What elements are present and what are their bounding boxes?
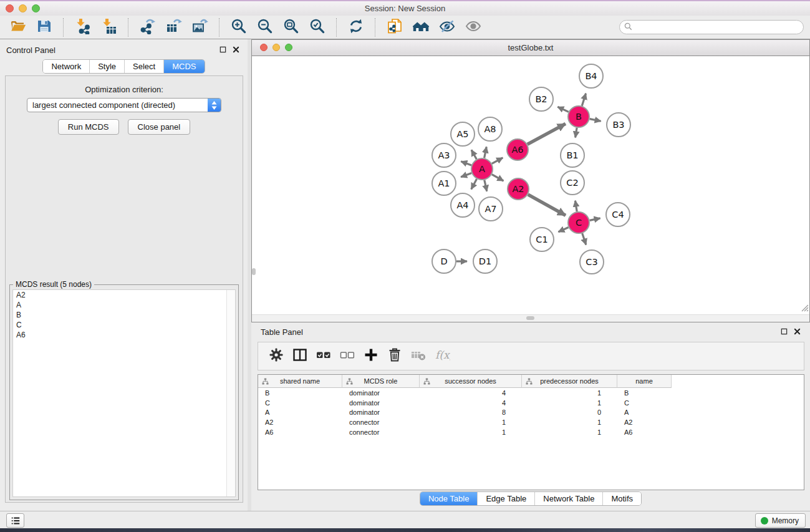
- column-header-successor-nodes[interactable]: successor nodes: [420, 375, 522, 388]
- table-tab-network-table[interactable]: Network Table: [534, 492, 602, 505]
- table-tab-node-table[interactable]: Node Table: [420, 492, 478, 505]
- table-row[interactable]: Bdominator41B: [258, 388, 804, 398]
- graph-edge-A-A2[interactable]: [492, 175, 504, 181]
- graph-node-B4[interactable]: B4: [579, 64, 603, 88]
- memory-button[interactable]: Memory: [755, 513, 806, 528]
- select-all-button[interactable]: [316, 348, 332, 364]
- table-tab-motifs[interactable]: Motifs: [602, 492, 641, 505]
- graph-node-A1[interactable]: A1: [432, 172, 456, 195]
- graph-edge-C-C4[interactable]: [590, 218, 600, 221]
- mcds-result-item[interactable]: B: [13, 310, 235, 320]
- export-table-button[interactable]: [164, 18, 184, 37]
- graph-edge-A-A1[interactable]: [461, 173, 471, 177]
- graph-edge-A2-C[interactable]: [528, 195, 566, 216]
- graph-edge-A-A5[interactable]: [471, 150, 476, 159]
- table-mode-button[interactable]: [268, 348, 284, 364]
- graph-edge-B-B3[interactable]: [590, 119, 601, 122]
- graph-edge-C-C3[interactable]: [582, 233, 586, 244]
- close-panel-button[interactable]: Close panel: [128, 119, 191, 135]
- search-input[interactable]: [632, 21, 803, 34]
- control-panel-close-icon[interactable]: [232, 46, 240, 54]
- graph-node-C4[interactable]: C4: [606, 203, 630, 226]
- table-row[interactable]: Adominator80A: [258, 407, 804, 417]
- tab-select[interactable]: Select: [124, 60, 163, 73]
- show-all-button[interactable]: [463, 18, 483, 37]
- graph-edge-B-B4[interactable]: [582, 94, 586, 106]
- graph-node-B1[interactable]: B1: [561, 143, 584, 167]
- network-hscroll-thumb[interactable]: [526, 316, 534, 320]
- column-header-name[interactable]: name: [617, 375, 672, 388]
- graph-edge-A-A7[interactable]: [485, 180, 487, 191]
- graph-node-A3[interactable]: A3: [432, 143, 456, 167]
- import-network-button[interactable]: [73, 18, 93, 37]
- graph-node-A2[interactable]: A2: [508, 178, 529, 200]
- graph-node-A7[interactable]: A7: [479, 197, 503, 221]
- clone-network-button[interactable]: [385, 18, 405, 37]
- show-column-panel-button[interactable]: [292, 348, 308, 364]
- zoom-out-button[interactable]: [255, 18, 275, 37]
- control-panel-float-icon[interactable]: [219, 46, 227, 54]
- column-header-predecessor-nodes[interactable]: predecessor nodes: [522, 375, 617, 388]
- import-table-button[interactable]: [99, 18, 119, 37]
- export-network-button[interactable]: [138, 18, 158, 37]
- node-table[interactable]: shared nameMCDS rolesuccessor nodesprede…: [258, 374, 804, 490]
- table-panel-float-icon[interactable]: [780, 327, 788, 336]
- task-history-button[interactable]: [6, 513, 24, 528]
- table-tab-edge-table[interactable]: Edge Table: [477, 492, 534, 505]
- graph-edge-A-A3[interactable]: [461, 162, 471, 165]
- mcds-result-item[interactable]: A2: [13, 290, 235, 300]
- graph-node-B[interactable]: B: [568, 106, 589, 127]
- graph-node-A[interactable]: A: [471, 158, 493, 180]
- graph-node-A8[interactable]: A8: [478, 117, 502, 141]
- zoom-selected-button[interactable]: [307, 18, 327, 37]
- table-panel-close-icon[interactable]: [793, 327, 801, 336]
- search-field[interactable]: [619, 20, 804, 34]
- apply-layout-button[interactable]: [346, 18, 366, 37]
- graph-edge-A6-B[interactable]: [528, 123, 566, 144]
- graph-node-C[interactable]: C: [568, 212, 589, 233]
- graph-node-D[interactable]: D: [432, 249, 456, 273]
- criterion-select[interactable]: largest connected component (directed): [27, 98, 221, 112]
- graph-edge-A-A4[interactable]: [471, 179, 477, 190]
- mcds-result-item[interactable]: A6: [13, 330, 235, 340]
- graph-node-C2[interactable]: C2: [561, 171, 584, 195]
- run-mcds-button[interactable]: Run MCDS: [58, 119, 119, 135]
- graph-edge-A-A8[interactable]: [485, 147, 487, 158]
- graph-node-A4[interactable]: A4: [451, 193, 475, 217]
- zoom-fit-button[interactable]: [281, 18, 301, 37]
- graph-edge-C-C1[interactable]: [558, 228, 568, 232]
- column-header-shared-name[interactable]: shared name: [258, 375, 342, 388]
- tab-style[interactable]: Style: [89, 60, 124, 73]
- hide-selected-button[interactable]: [437, 18, 457, 37]
- graph-edge-A-A6[interactable]: [492, 158, 503, 164]
- resize-grip-icon[interactable]: [801, 303, 809, 314]
- deselect-all-button[interactable]: [339, 348, 355, 364]
- zoom-in-button[interactable]: [229, 18, 249, 37]
- result-list-scrollbar[interactable]: [226, 290, 235, 496]
- column-header-MCDS-role[interactable]: MCDS role: [342, 375, 420, 388]
- network-canvas[interactable]: B4 B2 B B3 A8 A5 A6 A3 B1 A A1 C2 A2: [252, 56, 809, 315]
- network-hscroll[interactable]: [252, 314, 809, 322]
- graph-node-A5[interactable]: A5: [451, 122, 475, 146]
- graph-node-C1[interactable]: C1: [530, 228, 554, 251]
- export-image-button[interactable]: [190, 18, 210, 37]
- graph-node-B3[interactable]: B3: [607, 113, 630, 137]
- graph-node-B2[interactable]: B2: [529, 87, 553, 111]
- mcds-result-item[interactable]: C: [13, 320, 235, 330]
- tab-network[interactable]: Network: [43, 60, 89, 73]
- mcds-result-list[interactable]: A2ABCA6: [12, 289, 236, 497]
- tab-mcds[interactable]: MCDS: [163, 60, 204, 73]
- mcds-result-item[interactable]: A: [13, 300, 235, 310]
- table-row[interactable]: Cdominator41C: [258, 398, 804, 408]
- graph-edge-B-B2[interactable]: [557, 107, 568, 112]
- graph-node-D1[interactable]: D1: [473, 249, 497, 273]
- add-column-button[interactable]: [363, 348, 379, 364]
- graph-node-C3[interactable]: C3: [580, 250, 604, 274]
- graph-node-A6[interactable]: A6: [507, 139, 528, 160]
- home-button[interactable]: [411, 18, 431, 37]
- save-session-button[interactable]: [34, 18, 54, 37]
- table-row[interactable]: A2connector11A2: [258, 417, 804, 427]
- network-vscroll-thumb[interactable]: [252, 268, 256, 275]
- table-row[interactable]: A6connector11A6: [258, 427, 804, 437]
- graph-edge-B-B1[interactable]: [576, 128, 577, 138]
